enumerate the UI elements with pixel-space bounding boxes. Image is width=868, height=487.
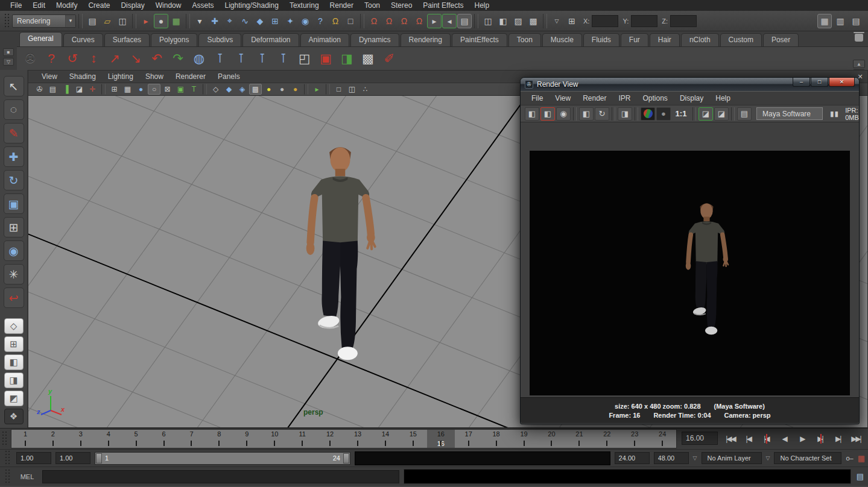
playback-end-field[interactable]: [615, 452, 650, 464]
pane-layout-icon[interactable]: ◫: [346, 84, 358, 95]
renderer-selector[interactable]: Maya Software: [756, 107, 823, 120]
undo-icon[interactable]: ↶: [147, 49, 166, 68]
gate-mask-icon[interactable]: ○: [148, 84, 160, 95]
x-coordinate-field[interactable]: [592, 15, 618, 27]
select-dynamics-icon[interactable]: ✦: [283, 14, 297, 28]
script-editor-icon[interactable]: ▤: [855, 471, 865, 482]
object-mode-icon[interactable]: ●: [154, 14, 168, 28]
render-view-menu-item[interactable]: View: [549, 94, 577, 102]
ipr-render-button[interactable]: ◧: [579, 107, 594, 121]
hierarchy-mode-icon[interactable]: ▸: [139, 14, 153, 28]
render-view-menu-item[interactable]: File: [525, 94, 549, 102]
play-forward-button[interactable]: ▶: [795, 432, 809, 446]
menu-item[interactable]: Modify: [51, 1, 83, 10]
separator[interactable]: [304, 84, 308, 95]
lasso-select-tool-icon[interactable]: ◌: [4, 99, 24, 120]
field-chart-icon[interactable]: ⊠: [161, 84, 174, 95]
inputs-to-selected-icon[interactable]: ▸: [427, 14, 442, 28]
timeline-frame[interactable]: 1616: [427, 430, 455, 448]
render-view-menu-item[interactable]: Help: [709, 94, 737, 102]
maximize-button[interactable]: □: [811, 78, 828, 87]
grid-toggle-icon[interactable]: ⊞: [108, 84, 121, 95]
help-icon[interactable]: ?: [42, 49, 61, 68]
select-lattice-type-icon[interactable]: ▩: [358, 49, 378, 68]
select-shaded-type-icon[interactable]: ◨: [337, 49, 356, 68]
timeline-frame[interactable]: 24: [648, 430, 676, 448]
show-tool-settings-icon[interactable]: ▥: [833, 14, 847, 28]
render-current-frame-icon[interactable]: ◧: [496, 14, 510, 28]
separator[interactable]: [635, 107, 638, 121]
bookmarks-icon[interactable]: ▐: [60, 84, 72, 95]
render-view-menu-item[interactable]: Render: [577, 94, 612, 102]
select-rendering-icon[interactable]: ◉: [298, 14, 312, 28]
group-collapser[interactable]: [543, 14, 547, 28]
wireframe-on-shaded-icon[interactable]: ◈: [236, 84, 249, 95]
shelf-scroll-up-icon[interactable]: ▲: [853, 60, 865, 68]
separator[interactable]: [573, 107, 577, 121]
timeline-frame[interactable]: 15: [399, 430, 427, 448]
delete-unused-icon[interactable]: ◍: [189, 49, 209, 68]
wireframe-display-icon[interactable]: ◇: [209, 84, 222, 95]
shelf-tab[interactable]: Polygons: [151, 33, 197, 46]
snap-to-view-planes-icon[interactable]: Ω: [412, 14, 426, 28]
shelf-tab[interactable]: Subdivs: [198, 33, 241, 46]
paint-selection-tool-icon[interactable]: ✎: [4, 123, 24, 143]
separator[interactable]: [731, 107, 735, 121]
timeline-frame[interactable]: 9: [233, 430, 261, 448]
shelf-tab[interactable]: General: [19, 32, 62, 46]
use-no-lights-icon[interactable]: ●: [276, 84, 288, 95]
camera-track-icon[interactable]: ↕: [84, 49, 103, 68]
range-slider[interactable]: 1 24: [95, 452, 350, 465]
close-button[interactable]: ✕: [829, 78, 855, 87]
cluster-deformer-4-icon[interactable]: ⊺: [274, 49, 293, 68]
range-start-handle[interactable]: [96, 453, 102, 463]
character-model[interactable]: [278, 140, 402, 388]
menu-item[interactable]: Stereo: [385, 1, 417, 10]
shelf-tab[interactable]: Curves: [63, 33, 103, 46]
isolate-select-icon[interactable]: □: [332, 84, 345, 95]
timeline-frame[interactable]: 12: [316, 430, 344, 448]
shelf-tab[interactable]: Muscle: [542, 33, 582, 46]
component-mode-icon[interactable]: ▦: [169, 14, 183, 28]
shelf-tab[interactable]: Deformation: [242, 33, 299, 46]
anim-layer-selector[interactable]: No Anim Layer: [702, 452, 762, 464]
trash-icon[interactable]: [855, 34, 863, 42]
render-view-title-bar[interactable]: ✇ Render View –□✕: [521, 78, 859, 91]
timeline-frame[interactable]: 18: [483, 430, 510, 448]
select-tool-icon[interactable]: ↖: [4, 76, 24, 96]
shelf-tab[interactable]: Fluids: [583, 33, 619, 46]
select-by-name-icon[interactable]: ⊞: [565, 14, 579, 28]
last-tool-icon[interactable]: ↩: [4, 287, 24, 308]
step-forward-frame-button[interactable]: ▶|: [831, 432, 845, 446]
shelf-tab[interactable]: Animation: [300, 33, 349, 46]
timeline-frame[interactable]: 13: [344, 430, 372, 448]
timeline-frame[interactable]: 22: [593, 430, 621, 448]
soft-modification-tool-icon[interactable]: ◉: [4, 240, 24, 261]
redo-icon[interactable]: ↷: [168, 49, 188, 68]
film-gate-icon[interactable]: ▦: [121, 84, 134, 95]
menu-item[interactable]: Paint Effects: [417, 1, 469, 10]
camera-tumble-icon[interactable]: ↺: [63, 49, 82, 68]
timeline-frame[interactable]: 14: [372, 430, 399, 448]
menu-item[interactable]: Assets: [186, 1, 219, 10]
show-manipulator-tool-icon[interactable]: ✳: [4, 264, 24, 284]
command-results-field[interactable]: [404, 469, 851, 484]
snap-to-grids-icon[interactable]: Ω: [367, 14, 381, 28]
axis-locator-icon[interactable]: ✛: [86, 84, 99, 95]
command-language-label[interactable]: MEL: [16, 473, 38, 480]
shelf-tab[interactable]: Surfaces: [104, 33, 150, 46]
shelf-tab[interactable]: Toon: [508, 33, 541, 46]
use-default-lighting-icon[interactable]: ●: [289, 84, 302, 95]
shelf-tab[interactable]: nCloth: [681, 33, 719, 46]
shelf-tab[interactable]: Custom: [720, 33, 762, 46]
alpha-channel-button[interactable]: ●: [656, 107, 671, 121]
menu-item[interactable]: Window: [150, 1, 187, 10]
render-view-menu-item[interactable]: IPR: [613, 94, 637, 102]
move-tool-icon[interactable]: ✚: [4, 146, 24, 167]
viewport-menu-item[interactable]: Lighting: [102, 72, 139, 81]
timeline-frame[interactable]: 20: [538, 430, 566, 448]
render-settings-button[interactable]: ▤: [737, 107, 752, 121]
shelf-tab[interactable]: Poser: [763, 33, 799, 46]
shelf-tab[interactable]: Hair: [650, 33, 680, 46]
timeline-frame[interactable]: 7: [178, 430, 206, 448]
